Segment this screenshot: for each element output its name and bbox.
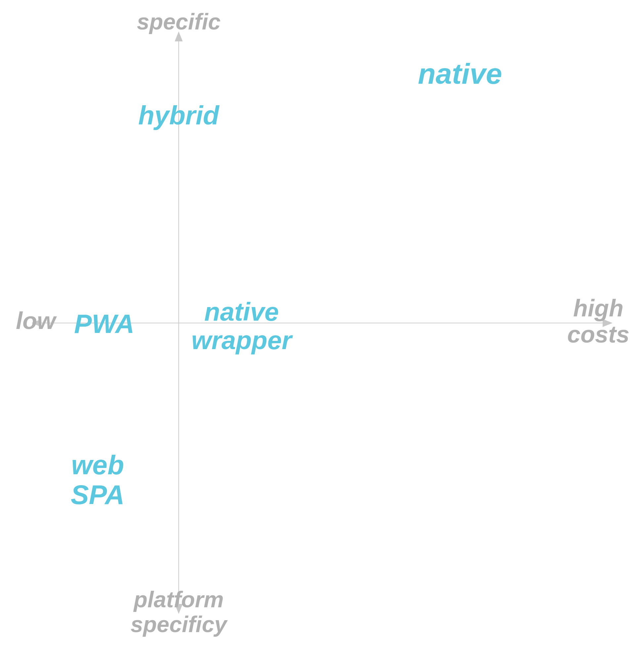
bottom-axis-label: platform specificy [99, 587, 258, 637]
top-axis-label: specific [116, 9, 241, 34]
pwa-label: PWA [61, 309, 147, 339]
hybrid-label: hybrid [126, 101, 232, 130]
native-wrapper-label: native wrapper [179, 298, 305, 355]
right-axis-label: high costs [562, 295, 635, 347]
chart-container: specific platform specificy low high cos… [0, 0, 644, 646]
left-axis-label: low [9, 308, 62, 334]
web-spa-label: web SPA [51, 450, 144, 510]
native-label: native [397, 58, 523, 90]
